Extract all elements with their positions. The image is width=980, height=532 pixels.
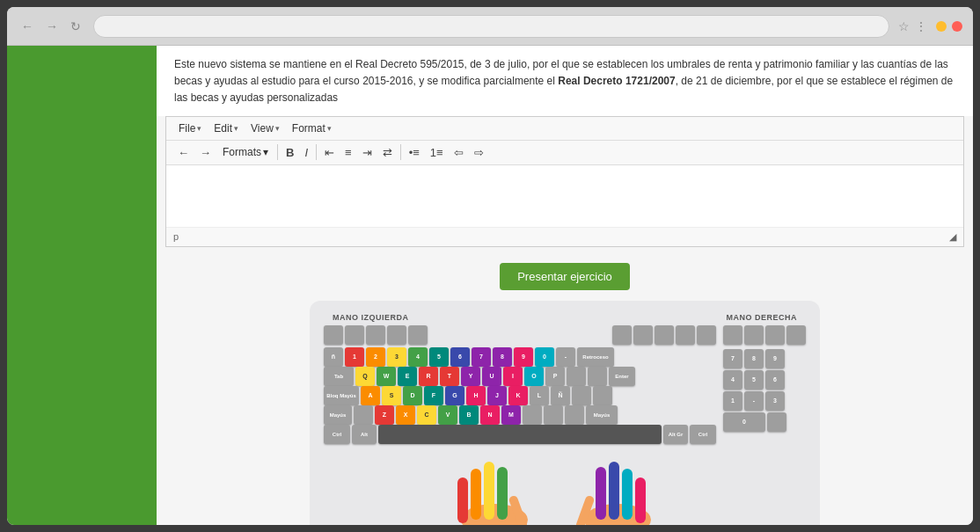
key-2[interactable]: 2: [366, 347, 385, 367]
key-o[interactable]: O: [524, 367, 544, 386]
key-f1[interactable]: [345, 325, 364, 345]
key-s[interactable]: S: [382, 386, 401, 405]
key-8[interactable]: 8: [493, 347, 512, 367]
align-left-button[interactable]: ⇤: [320, 144, 339, 161]
key-n[interactable]: N: [480, 405, 500, 425]
key-space[interactable]: [378, 425, 662, 444]
key-backtick[interactable]: ñ: [324, 347, 343, 367]
align-justify-button[interactable]: ⇄: [378, 144, 397, 161]
key-5[interactable]: 5: [429, 347, 449, 367]
key-x[interactable]: X: [396, 405, 415, 425]
outdent-button[interactable]: ⇦: [450, 144, 468, 161]
key-d[interactable]: D: [403, 386, 422, 405]
key-w[interactable]: W: [377, 367, 396, 386]
key-np-end[interactable]: [765, 325, 785, 345]
align-center-button[interactable]: ≡: [340, 144, 356, 161]
key-backspace[interactable]: Retroceso: [577, 347, 614, 367]
key-enter-top[interactable]: Enter: [609, 367, 635, 386]
key-shift-right[interactable]: Mayús: [586, 405, 618, 425]
back-button[interactable]: ←: [18, 18, 37, 35]
key-np-7[interactable]: 7: [723, 349, 742, 368]
key-ctrl-left[interactable]: Ctrl: [324, 425, 350, 444]
key-backslash[interactable]: [593, 386, 612, 405]
key-ctrl-right[interactable]: Ctrl: [690, 425, 716, 444]
key-lt[interactable]: [354, 405, 373, 425]
key-np-3[interactable]: 3: [765, 391, 785, 411]
forward-button[interactable]: →: [42, 18, 62, 35]
menu-view[interactable]: View ▾: [245, 120, 285, 136]
key-v[interactable]: V: [438, 405, 457, 425]
key-comma[interactable]: [523, 405, 542, 425]
indent-button[interactable]: ⇨: [470, 144, 488, 161]
key-f4[interactable]: [408, 325, 428, 345]
key-n-tilde[interactable]: Ñ: [551, 386, 570, 405]
minimize-button[interactable]: [936, 21, 947, 32]
key-tab[interactable]: Tab: [324, 367, 354, 386]
key-np-dot[interactable]: [767, 412, 786, 432]
key-np-2[interactable]: -: [744, 391, 764, 411]
key-k[interactable]: K: [508, 386, 528, 405]
key-alt-left[interactable]: Alt: [352, 425, 377, 444]
key-slash[interactable]: [565, 405, 584, 425]
key-f[interactable]: F: [424, 386, 443, 405]
key-3[interactable]: 3: [387, 347, 406, 367]
close-button[interactable]: [952, 21, 962, 32]
bold-button[interactable]: B: [282, 144, 298, 161]
key-t[interactable]: T: [440, 367, 459, 386]
key-open-bracket[interactable]: [567, 367, 586, 386]
key-np-4[interactable]: 4: [723, 370, 742, 390]
key-u[interactable]: U: [482, 367, 501, 386]
key-f2[interactable]: [366, 325, 385, 345]
key-p[interactable]: P: [545, 367, 565, 386]
key-f9[interactable]: [697, 325, 716, 345]
key-q[interactable]: Q: [355, 367, 375, 386]
key-f6[interactable]: [633, 325, 653, 345]
key-np-0[interactable]: 0: [723, 412, 765, 432]
key-f8[interactable]: [676, 325, 695, 345]
key-l[interactable]: L: [530, 386, 549, 405]
redo-button[interactable]: →: [195, 144, 216, 161]
address-bar[interactable]: [93, 15, 889, 38]
undo-button[interactable]: ←: [173, 144, 194, 161]
key-c[interactable]: C: [417, 405, 436, 425]
key-esc[interactable]: [324, 325, 343, 345]
key-f5[interactable]: [612, 325, 632, 345]
key-np-5[interactable]: 5: [744, 370, 764, 390]
key-np-1[interactable]: 1: [723, 391, 742, 411]
key-np-9[interactable]: 9: [765, 349, 785, 368]
key-b[interactable]: B: [459, 405, 479, 425]
list-number-button[interactable]: 1≡: [426, 144, 448, 161]
key-4[interactable]: 4: [408, 347, 428, 367]
key-np-del[interactable]: [744, 325, 764, 345]
key-minus[interactable]: -: [556, 347, 575, 367]
key-7[interactable]: 7: [472, 347, 491, 367]
key-h[interactable]: H: [466, 386, 486, 405]
key-caps[interactable]: Bloq Mayús: [324, 386, 359, 405]
key-apostrophe[interactable]: [572, 386, 591, 405]
key-np-pg[interactable]: [786, 325, 806, 345]
present-button[interactable]: Presentar ejercicio: [500, 263, 630, 290]
key-close-bracket[interactable]: [588, 367, 607, 386]
key-g[interactable]: G: [445, 386, 464, 405]
key-a[interactable]: A: [361, 386, 380, 405]
key-6[interactable]: 6: [450, 347, 470, 367]
key-0[interactable]: 0: [535, 347, 554, 367]
key-e[interactable]: E: [398, 367, 417, 386]
editor-body[interactable]: [166, 165, 963, 227]
more-button[interactable]: ⋮: [915, 19, 927, 33]
key-y[interactable]: Y: [461, 367, 480, 386]
key-np-6[interactable]: 6: [765, 370, 785, 390]
star-button[interactable]: ☆: [898, 19, 910, 33]
key-period[interactable]: [544, 405, 563, 425]
key-np-8[interactable]: 8: [744, 349, 764, 368]
key-r[interactable]: R: [419, 367, 438, 386]
menu-edit[interactable]: Edit ▾: [208, 120, 244, 136]
key-np-ins[interactable]: [723, 325, 742, 345]
refresh-button[interactable]: ↻: [67, 18, 84, 35]
key-j[interactable]: J: [487, 386, 507, 405]
key-i[interactable]: I: [503, 367, 523, 386]
italic-button[interactable]: I: [300, 144, 312, 161]
key-f3[interactable]: [387, 325, 406, 345]
key-m[interactable]: M: [501, 405, 521, 425]
menu-format[interactable]: Format ▾: [287, 120, 337, 136]
